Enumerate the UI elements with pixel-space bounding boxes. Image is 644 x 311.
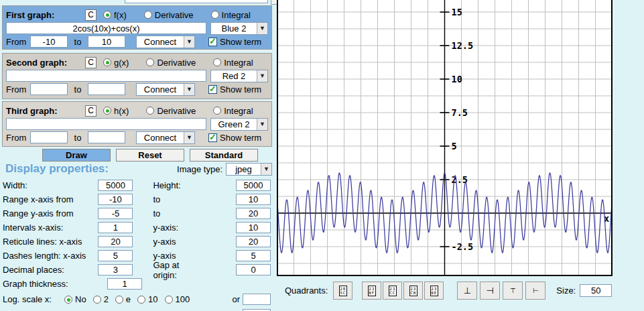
decimal-places-input[interactable] bbox=[98, 264, 133, 275]
height-input[interactable] bbox=[236, 180, 271, 191]
integral-radio[interactable] bbox=[211, 11, 219, 19]
mode-select[interactable]: Connect ▼ bbox=[136, 36, 195, 48]
chevron-down-icon: ▼ bbox=[184, 84, 194, 95]
intervals-x-input[interactable] bbox=[98, 222, 133, 233]
clear-button[interactable]: C bbox=[85, 57, 96, 68]
color-select[interactable]: Green 2 ▼ bbox=[210, 118, 268, 131]
range-x-to-input[interactable] bbox=[236, 194, 271, 205]
axis-bottom-button[interactable]: ⊥ bbox=[457, 282, 477, 300]
range-y-from-input[interactable] bbox=[98, 208, 133, 219]
mode-select[interactable]: Connect ▼ bbox=[136, 83, 195, 96]
quadrant-2-button[interactable]: 23CC bbox=[383, 282, 402, 300]
to-input[interactable] bbox=[88, 83, 125, 95]
quadrant-1-button[interactable]: 23BF bbox=[362, 282, 381, 300]
radio-option[interactable]: 10 bbox=[137, 294, 157, 304]
clear-button[interactable]: C bbox=[85, 105, 96, 117]
from-input[interactable] bbox=[30, 131, 68, 143]
to-input[interactable] bbox=[88, 36, 125, 48]
radio-button[interactable] bbox=[115, 296, 123, 304]
range-y-to-label: to bbox=[133, 208, 198, 219]
log-scale-x-options: No2e10100 bbox=[64, 294, 196, 304]
quadrant-3-button[interactable]: 23CB bbox=[403, 282, 423, 300]
standard-button[interactable]: Standard bbox=[190, 149, 258, 162]
axis-left-button[interactable]: ⊢ bbox=[525, 282, 545, 300]
fx-radio[interactable] bbox=[103, 11, 111, 19]
action-buttons: Draw Reset Standard bbox=[2, 149, 272, 162]
from-input[interactable] bbox=[30, 36, 68, 48]
quadrant-4-button[interactable]: 23BE bbox=[424, 282, 444, 300]
graph-thickness-input[interactable] bbox=[107, 278, 142, 290]
table-row: Width: Height: bbox=[3, 178, 271, 192]
mode-select[interactable]: Connect ▼ bbox=[136, 131, 195, 144]
to-input[interactable] bbox=[88, 131, 125, 143]
image-type-label: Image type: bbox=[177, 164, 222, 174]
mode-select-value: Connect bbox=[137, 132, 184, 143]
reset-button[interactable]: Reset bbox=[116, 149, 184, 162]
chevron-down-icon: ▼ bbox=[261, 164, 271, 175]
expression-input[interactable] bbox=[6, 70, 206, 82]
reticule-y-input[interactable] bbox=[236, 236, 271, 247]
integral-radio[interactable] bbox=[213, 107, 221, 115]
radio-option[interactable]: 2 bbox=[93, 294, 109, 304]
log-scale-y-row: No2e10100 or bbox=[3, 308, 271, 311]
missing-glyph-icon: 23CC bbox=[389, 286, 397, 296]
chevron-down-icon: ▼ bbox=[184, 36, 194, 48]
height-label: Height: bbox=[133, 180, 198, 190]
dashes-y-input[interactable] bbox=[236, 250, 271, 261]
axis-top-button[interactable]: ⊤ bbox=[503, 282, 523, 300]
log-scale-x-custom-input[interactable] bbox=[243, 294, 271, 305]
radio-option[interactable]: 100 bbox=[165, 294, 190, 304]
svg-text:5: 5 bbox=[452, 141, 457, 151]
dashes-x-label: Dashes length: x-axis bbox=[3, 251, 98, 261]
gx-radio-label: g(x) bbox=[114, 58, 129, 68]
draw-button[interactable]: Draw bbox=[42, 149, 111, 162]
mode-select-value: Connect bbox=[137, 36, 184, 48]
gap-origin-input[interactable] bbox=[236, 264, 271, 275]
radio-button[interactable] bbox=[93, 296, 101, 304]
color-select[interactable]: Red 2 ▼ bbox=[210, 70, 268, 82]
reticule-x-input[interactable] bbox=[98, 236, 133, 247]
derivative-radio[interactable] bbox=[146, 58, 154, 66]
show-term-checkbox[interactable] bbox=[208, 133, 217, 142]
from-label: From bbox=[6, 133, 30, 143]
derivative-radio[interactable] bbox=[144, 11, 152, 19]
radio-button[interactable] bbox=[165, 296, 173, 304]
range-x-from-input[interactable] bbox=[98, 194, 133, 205]
table-row: Range y-axis from to bbox=[3, 206, 271, 221]
quadrant-all-button[interactable]: 205C bbox=[333, 282, 352, 300]
table-row: Intervals x-axis: y-axis: bbox=[3, 221, 271, 235]
svg-text:10: 10 bbox=[452, 74, 462, 84]
derivative-radio[interactable] bbox=[146, 107, 154, 115]
show-term-checkbox[interactable] bbox=[208, 38, 217, 46]
radio-button[interactable] bbox=[64, 296, 72, 304]
color-select[interactable]: Blue 2 ▼ bbox=[210, 22, 268, 35]
controls-panel: First graph: C f(x) Derivative Integral … bbox=[0, 0, 275, 311]
axis-right-button[interactable]: ⊣ bbox=[480, 282, 500, 300]
gap-origin-label: Gap at origin: bbox=[133, 260, 198, 280]
reticule-y-label: y-axis bbox=[133, 237, 198, 247]
expression-input[interactable] bbox=[6, 22, 206, 34]
size-input[interactable] bbox=[580, 284, 612, 297]
first-graph-title: First graph: bbox=[6, 10, 85, 20]
cut-off-input[interactable] bbox=[125, 0, 268, 3]
show-term-checkbox[interactable] bbox=[208, 85, 217, 94]
radio-option[interactable]: No bbox=[64, 294, 86, 304]
range-x-to-label: to bbox=[133, 194, 198, 204]
radio-option[interactable]: e bbox=[115, 294, 131, 304]
range-y-to-input[interactable] bbox=[236, 208, 271, 219]
from-input[interactable] bbox=[30, 83, 68, 95]
clear-button[interactable]: C bbox=[85, 9, 96, 21]
down-tack-icon: ⊤ bbox=[510, 287, 516, 294]
gx-radio[interactable] bbox=[103, 58, 111, 66]
expression-input[interactable] bbox=[6, 118, 206, 130]
show-term-label: Show term bbox=[220, 133, 261, 143]
show-term-label: Show term bbox=[220, 84, 261, 95]
integral-radio-label: Integral bbox=[222, 10, 251, 20]
integral-radio[interactable] bbox=[213, 58, 221, 66]
dashes-x-input[interactable] bbox=[98, 250, 133, 261]
image-type-select[interactable]: jpeg ▼ bbox=[226, 163, 272, 176]
hx-radio[interactable] bbox=[103, 107, 111, 115]
intervals-y-input[interactable] bbox=[236, 222, 271, 233]
width-input[interactable] bbox=[98, 180, 133, 191]
radio-button[interactable] bbox=[137, 296, 145, 304]
